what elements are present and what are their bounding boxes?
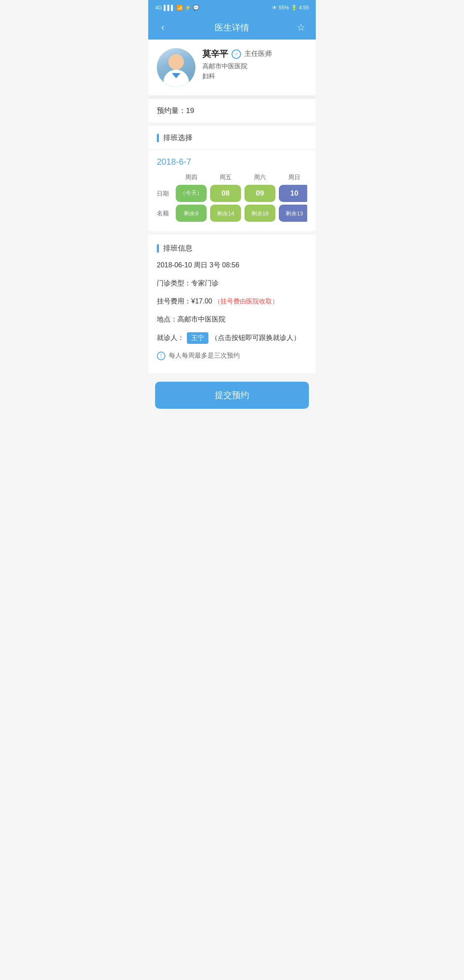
appointment-count: 预约量：19	[148, 95, 316, 122]
avatar-body	[163, 70, 189, 87]
schedule-datetime: 2018-06-10 周日 3号 08:56	[157, 260, 307, 270]
quota-08[interactable]: 剩余14	[210, 205, 241, 222]
doctor-card: 莫辛平 ♂ 主任医师 高邮市中医医院 妇科	[148, 40, 316, 95]
doctor-avatar	[157, 48, 195, 87]
slots-container: 日期 （今天） 08 09 10 11 12	[148, 185, 316, 222]
battery-text: 55%	[279, 5, 289, 11]
location-label: 地点：	[157, 315, 177, 323]
fee-value: ¥17.00	[191, 297, 212, 305]
doctor-name: 莫辛平	[202, 48, 228, 60]
patient-label: 就诊人：	[157, 334, 184, 341]
day-num-09: 09	[246, 189, 274, 198]
slot-10[interactable]: 10	[279, 185, 307, 202]
today-label: （今天）	[177, 189, 205, 197]
slot-09[interactable]: 09	[244, 185, 275, 202]
days-scroll-header: 周四 周五 周六 周日 周一 周二	[176, 174, 307, 181]
usb-icon: ⚡	[185, 5, 191, 11]
patient-hint: （点击按钮即可跟换就诊人）	[211, 334, 300, 341]
info-title-text: 排班信息	[163, 243, 192, 253]
quota-10[interactable]: 剩余13	[279, 205, 307, 222]
doctor-hospital: 高邮市中医医院	[202, 62, 307, 70]
fee-line: 挂号费用：¥17.00 （挂号费由医院收取）	[157, 296, 307, 306]
remain-today: 剩余9	[177, 210, 205, 217]
divider	[148, 150, 316, 150]
weekday-sun: 周日	[279, 174, 307, 181]
date-slot-row: 日期 （今天） 08 09 10 11 12	[157, 185, 307, 202]
status-right: 👁 55% 🔋 4:55	[272, 5, 309, 11]
quota-label: 名额	[157, 205, 176, 217]
header: ‹ 医生详情 ☆	[148, 15, 316, 40]
quota-slot-row: 名额 剩余9 剩余14 剩余18 剩余13 剩余... 剩余...	[157, 205, 307, 222]
fee-note: （挂号费由医院收取）	[214, 297, 278, 305]
avatar-face	[168, 54, 184, 70]
info-section-bar	[157, 244, 159, 253]
avatar-collar	[172, 73, 180, 78]
network-icon: 4G	[155, 5, 162, 11]
doctor-department: 妇科	[202, 72, 307, 80]
schedule-section: 排班选择 2018-6-7 周四 周五 周六 周日 周一 周二 日期 （今天） …	[148, 126, 316, 231]
avatar-image	[157, 48, 195, 87]
clinic-type-line: 门诊类型：专家门诊	[157, 278, 307, 288]
quota-list: 剩余9 剩余14 剩余18 剩余13 剩余... 剩余...	[176, 205, 307, 222]
status-left: 4G ▌▌▌ 📶 ⚡ 💬	[155, 5, 199, 11]
info-section-title: 排班信息	[157, 243, 307, 253]
battery-icon: 🔋	[291, 5, 297, 11]
section-bar-icon	[157, 134, 159, 142]
remain-08: 剩余14	[212, 210, 239, 217]
slot-today[interactable]: （今天）	[176, 185, 207, 202]
location-value: 高邮市中医医院	[177, 315, 226, 323]
gender-icon: ♂	[232, 49, 241, 59]
message-icon: 💬	[193, 5, 199, 11]
status-bar: 4G ▌▌▌ 📶 ⚡ 💬 👁 55% 🔋 4:55	[148, 0, 316, 15]
location-line: 地点：高邮市中医医院	[157, 314, 307, 325]
clinic-type-value: 专家门诊	[191, 279, 219, 287]
signal-icon: ▌▌▌	[164, 5, 175, 11]
schedule-info-section: 排班信息 2018-06-10 周日 3号 08:56 门诊类型：专家门诊 挂号…	[148, 235, 316, 373]
fee-label: 挂号费用：	[157, 297, 191, 305]
warning-icon: !	[157, 352, 165, 360]
day-num-10: 10	[281, 189, 307, 198]
schedule-title-text: 排班选择	[163, 133, 192, 143]
empty-label	[157, 174, 176, 181]
patient-line: 就诊人：王宁（点击按钮即可跟换就诊人）	[157, 332, 307, 344]
doctor-info: 莫辛平 ♂ 主任医师 高邮市中医医院 妇科	[202, 48, 307, 80]
back-button[interactable]: ‹	[156, 22, 170, 33]
schedule-section-title: 排班选择	[148, 133, 316, 150]
appt-count-label: 预约量：	[157, 107, 186, 115]
remain-10: 剩余13	[281, 210, 307, 217]
day-header-row: 周四 周五 周六 周日 周一 周二	[148, 174, 316, 181]
date-label: 日期	[157, 185, 176, 198]
appt-count-value: 19	[186, 107, 194, 115]
day-num-08: 08	[212, 189, 239, 198]
weekday-sat: 周六	[244, 174, 275, 181]
submit-button[interactable]: 提交预约	[155, 382, 309, 409]
weekday-fri: 周五	[210, 174, 241, 181]
doctor-title: 主任医师	[244, 49, 272, 58]
favorite-button[interactable]: ☆	[294, 22, 308, 33]
slots-list: （今天） 08 09 10 11 12	[176, 185, 307, 202]
quota-09[interactable]: 剩余18	[244, 205, 275, 222]
warning-line: ! 每人每周最多是三次预约	[157, 352, 307, 360]
schedule-date: 2018-6-7	[148, 157, 316, 174]
remain-09: 剩余18	[246, 210, 274, 217]
weekday-thu: 周四	[176, 174, 207, 181]
warning-text: 每人每周最多是三次预约	[169, 352, 240, 360]
slot-08[interactable]: 08	[210, 185, 241, 202]
page-title: 医生详情	[170, 22, 294, 34]
doctor-name-row: 莫辛平 ♂ 主任医师	[202, 48, 307, 60]
patient-tag-button[interactable]: 王宁	[187, 332, 208, 344]
quota-today[interactable]: 剩余9	[176, 205, 207, 222]
eye-icon: 👁	[272, 5, 277, 11]
wifi-icon: 📶	[177, 5, 183, 11]
time-display: 4:55	[299, 5, 309, 11]
clinic-type-label: 门诊类型：	[157, 279, 191, 287]
